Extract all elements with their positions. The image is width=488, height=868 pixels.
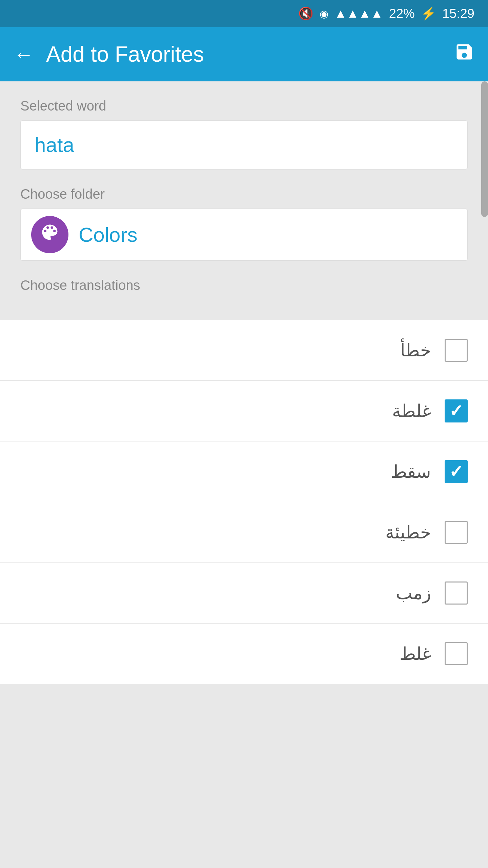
selected-word-input[interactable]: hata <box>20 120 468 170</box>
translation-checkbox-5[interactable] <box>445 581 468 605</box>
translation-checkbox-3[interactable] <box>445 460 468 483</box>
translation-item-5[interactable]: زمب <box>0 563 488 624</box>
translation-text-3: سقط <box>391 461 431 482</box>
status-bar: 🔇 ◉ ▲▲▲▲ 22% ⚡ 15:29 <box>0 0 488 27</box>
app-bar-left: ← Add to Favorites <box>14 42 204 67</box>
status-icons: 🔇 ◉ ▲▲▲▲ 22% ⚡ 15:29 <box>298 6 474 21</box>
page-title: Add to Favorites <box>46 42 204 67</box>
content-area: Selected word hata Choose folder Colors … <box>0 81 488 320</box>
translation-checkbox-2[interactable] <box>445 399 468 422</box>
choose-folder-label: Choose folder <box>20 186 468 202</box>
translation-text-1: خطأ <box>400 340 431 360</box>
scrollbar[interactable] <box>481 81 488 217</box>
selected-word-label: Selected word <box>20 98 468 114</box>
save-button[interactable] <box>454 42 474 67</box>
app-bar: ← Add to Favorites <box>0 27 488 81</box>
translation-item-3[interactable]: سقط <box>0 441 488 502</box>
mute-icon: 🔇 <box>298 6 313 21</box>
translation-checkbox-4[interactable] <box>445 521 468 544</box>
translation-item-2[interactable]: غلطة <box>0 381 488 441</box>
selected-word-value: hata <box>35 134 74 156</box>
folder-name: Colors <box>79 223 137 246</box>
translation-text-4: خطيئة <box>385 522 431 542</box>
translation-text-6: غلط <box>400 644 431 664</box>
translation-checkbox-6[interactable] <box>445 642 468 665</box>
palette-icon <box>40 222 60 247</box>
translation-text-2: غلطة <box>392 401 431 421</box>
back-button[interactable]: ← <box>14 43 34 66</box>
folder-selector[interactable]: Colors <box>20 209 468 261</box>
battery-level: 22% <box>389 6 415 21</box>
translation-checkbox-1[interactable] <box>445 339 468 362</box>
time-display: 15:29 <box>442 6 474 21</box>
bluetooth-icon: ◉ <box>320 8 328 20</box>
translation-item-1[interactable]: خطأ <box>0 320 488 381</box>
translation-item-6[interactable]: غلط <box>0 624 488 684</box>
translation-text-5: زمب <box>396 583 431 603</box>
choose-translations-label: Choose translations <box>20 278 468 303</box>
folder-icon-circle <box>31 216 68 253</box>
translations-list: خطأ غلطة سقط خطيئة زمب غلط <box>0 320 488 684</box>
battery-icon: ⚡ <box>421 6 436 21</box>
translation-item-4[interactable]: خطيئة <box>0 502 488 563</box>
signal-icon: ▲▲▲▲ <box>334 6 383 21</box>
